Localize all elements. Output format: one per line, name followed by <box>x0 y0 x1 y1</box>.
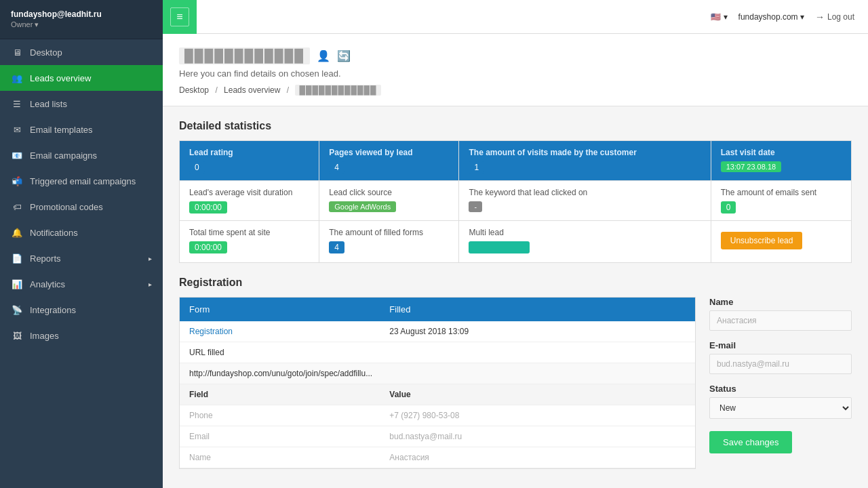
sidebar-item-email-templates[interactable]: Email templates <box>0 117 163 142</box>
logout-icon <box>815 12 825 22</box>
section-title-stats: Detailed statistics <box>179 120 852 132</box>
stat-label-avg-duration: Lead's average visit duration <box>189 188 309 197</box>
stats-header-row: Lead rating 0 Pages viewed by lead 4 The… <box>180 141 851 181</box>
stat-cell-lead-rating-header: Lead rating 0 <box>180 141 319 180</box>
sidebar-item-promo-label: Promotional codes <box>30 202 103 212</box>
breadcrumb-leads-overview[interactable]: Leads overview <box>224 85 280 95</box>
stat-value-avg-duration: 0:00:00 <box>189 201 227 214</box>
sidebar-item-notifications-label: Notifications <box>30 228 78 238</box>
breadcrumb-current: ████████████ <box>295 85 380 96</box>
sidebar-item-analytics[interactable]: Analytics ▸ <box>0 271 163 297</box>
sidebar-item-promo[interactable]: Promotional codes <box>0 194 163 220</box>
sidebar-item-desktop[interactable]: Desktop <box>0 39 163 65</box>
value-email: bud.nastya@mail.ru <box>380 426 695 447</box>
sidebar-item-integrations[interactable]: Integrations <box>0 297 163 323</box>
sidebar-item-email-campaigns[interactable]: Email campaigns <box>0 142 163 168</box>
unsubscribe-button[interactable]: Unsubscribe lead <box>721 232 803 249</box>
list-icon <box>11 98 23 109</box>
sidebar-item-notifications[interactable]: Notifications <box>0 220 163 245</box>
leads-icon <box>11 73 23 83</box>
analytics-icon <box>11 279 23 289</box>
stat-cell-emails-sent: The amount of emails sent 0 <box>711 181 851 220</box>
topbar: ≡ 🇺🇸 ▾ fundayshop.com ▾ Log out <box>163 0 868 34</box>
sidebar-header: fundayshop@leadhit.ru Owner ▾ <box>0 0 163 39</box>
registration-table-area: Form Filled Registration 23 August 2018 … <box>179 297 696 469</box>
language-selector[interactable]: 🇺🇸 ▾ <box>711 12 728 22</box>
stat-label-keyword: The keyword that lead clicked on <box>469 188 701 197</box>
reg-form-link[interactable]: Registration <box>180 321 380 342</box>
sidebar-item-triggered[interactable]: Triggered email campaigns <box>0 168 163 194</box>
status-field-group: Status New Active Inactive <box>709 384 852 419</box>
stat-value-click-source: Google AdWords <box>329 201 396 212</box>
field-header-row: Field Value <box>180 384 695 405</box>
stat-cell-unsubscribe: Unsubscribe lead <box>711 221 851 262</box>
table-row: Phone +7 (927) 980-53-08 <box>180 405 695 426</box>
images-icon <box>11 330 23 341</box>
stat-value-pages-viewed: 4 <box>329 161 344 174</box>
sidebar-item-leads-label: Leads overview <box>30 73 91 83</box>
col-filled: Filled <box>380 298 695 321</box>
stat-cell-pages-viewed-header: Pages viewed by lead 4 <box>319 141 459 180</box>
stats-grid: Lead rating 0 Pages viewed by lead 4 The… <box>179 140 852 263</box>
field-phone: Phone <box>180 405 380 426</box>
field-email: Email <box>180 426 380 447</box>
content-area: ████████████ Here you can find details o… <box>163 34 868 488</box>
sidebar-item-images[interactable]: Images <box>0 323 163 348</box>
menu-button[interactable]: ≡ <box>170 7 189 26</box>
sidebar-item-leadlists-label: Lead lists <box>30 99 67 109</box>
sidebar-item-analytics-label: Analytics <box>30 279 65 289</box>
table-row: Registration 23 August 2018 13:09 <box>180 321 695 342</box>
sidebar-item-reports[interactable]: Reports ▸ <box>0 245 163 271</box>
email-input[interactable] <box>709 354 852 374</box>
domain-selector[interactable]: fundayshop.com ▾ <box>738 12 804 22</box>
bell-icon <box>11 227 23 238</box>
main-content: Detailed statistics Lead rating 0 Pages … <box>163 106 868 483</box>
stat-label-filled-forms: The amount of filled forms <box>329 228 449 237</box>
name-input[interactable] <box>709 310 852 331</box>
desktop-icon <box>11 47 23 58</box>
refresh-icon[interactable] <box>337 49 351 62</box>
save-changes-button[interactable]: Save changes <box>709 431 792 453</box>
reg-table-header: Form Filled <box>180 298 695 321</box>
field-col-header: Field <box>180 384 380 405</box>
reg-filled-date: 23 August 2018 13:09 <box>380 321 695 342</box>
trigger-icon <box>11 176 23 186</box>
sidebar-item-integrations-label: Integrations <box>30 305 76 315</box>
stats-row-2: Lead's average visit duration 0:00:00 Le… <box>180 181 851 221</box>
url-value-row: http://fundayshop.com/unu/goto/join/spec… <box>180 363 695 384</box>
user-email: fundayshop@leadhit.ru <box>11 9 152 19</box>
name-field-group: Name <box>709 297 852 331</box>
stat-value-lead-rating: 0 <box>189 161 205 174</box>
stat-value-total-time: 0:00:00 <box>189 241 227 253</box>
user-icon <box>317 49 330 62</box>
stat-label-click-source: Lead click source <box>329 188 449 197</box>
stats-row-3: Total time spent at site 0:00:00 The amo… <box>180 221 851 262</box>
logout-button[interactable]: Log out <box>815 12 854 22</box>
value-name: Анастасия <box>380 447 695 468</box>
flag-icon: 🇺🇸 <box>711 12 721 22</box>
stat-cell-visits-header: The amount of visits made by the custome… <box>459 141 711 180</box>
user-role: Owner ▾ <box>11 20 152 29</box>
registration-table: Form Filled Registration 23 August 2018 … <box>180 298 695 468</box>
stat-cell-total-time: Total time spent at site 0:00:00 <box>180 221 319 262</box>
stat-label-lead-rating: Lead rating <box>189 148 309 157</box>
status-select[interactable]: New Active Inactive <box>709 397 852 419</box>
email-icon <box>11 124 23 135</box>
sidebar: fundayshop@leadhit.ru Owner ▾ Desktop Le… <box>0 0 163 488</box>
stat-value-emails-sent: 0 <box>721 201 736 214</box>
integrations-icon <box>11 304 23 315</box>
topbar-green-area: ≡ <box>163 0 197 34</box>
stat-value-filled-forms: 4 <box>329 241 344 253</box>
stat-value-keyword: - <box>469 201 482 212</box>
stat-label-multi-lead: Multi lead <box>469 228 701 237</box>
report-icon <box>11 253 23 264</box>
email-label: E-mail <box>709 340 852 350</box>
stat-cell-click-source: Lead click source Google AdWords <box>319 181 459 220</box>
email-field-group: E-mail <box>709 340 852 374</box>
sidebar-item-lead-lists[interactable]: Lead lists <box>0 91 163 117</box>
sidebar-item-leads-overview[interactable]: Leads overview <box>0 65 163 91</box>
breadcrumb-desktop[interactable]: Desktop <box>179 85 209 95</box>
col-form: Form <box>180 298 380 321</box>
stat-label-total-time: Total time spent at site <box>189 228 309 237</box>
sidebar-item-triggered-label: Triggered email campaigns <box>30 176 136 186</box>
